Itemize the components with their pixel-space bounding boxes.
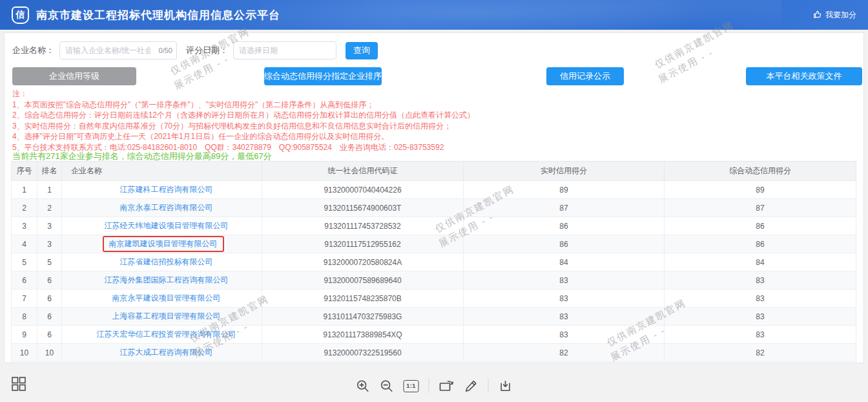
realtime-score-cell: 84 bbox=[464, 253, 665, 271]
table-row: 1 1 江苏建科工程咨询有限公司 913200007040404226 89 8… bbox=[12, 181, 856, 199]
table-row: 10 10 江苏大成工程咨询有限公司 913200007322519560 82… bbox=[12, 344, 856, 362]
realtime-score-cell: 86 bbox=[464, 217, 665, 235]
table-row: 6 6 江苏海外集团国际工程咨询有限公司 913200007589689640 … bbox=[12, 271, 856, 290]
seq-cell: 7 bbox=[12, 290, 37, 308]
add-score-link[interactable]: 我要加分 bbox=[813, 10, 856, 21]
company-link[interactable]: 江苏海外集团国际工程咨询有限公司 bbox=[105, 275, 229, 284]
main-panel: 企业名称： 0/50 评分日期： 查询 企业信用等级 综合动态信用得分指定企业排… bbox=[4, 32, 864, 363]
seq-cell: 6 bbox=[12, 271, 37, 290]
company-link[interactable]: 南京永平建设项目管理有限公司 bbox=[112, 293, 221, 302]
code-cell: 91320115748235870B bbox=[262, 290, 464, 308]
rank-cell: 6 bbox=[37, 271, 62, 290]
seq-cell: 10 bbox=[12, 344, 37, 362]
rank-cell: 6 bbox=[37, 290, 62, 308]
rank-query-button[interactable]: 综合动态信用得分指定企业排序查询 bbox=[264, 67, 382, 85]
dynamic-score-cell: 83 bbox=[665, 326, 856, 344]
note-line: 2、综合动态信用得分：评分日期前连续12个月（含选择的评分日期所在月）动态信用得… bbox=[12, 110, 475, 121]
note-line: 4、选择"评分日期"可查询历史上任一天（2021年1月1日后）任一企业的综合动态… bbox=[12, 131, 475, 142]
col-company: 企业名称 bbox=[62, 162, 262, 181]
rank-cell: 6 bbox=[37, 308, 62, 326]
realtime-score-cell: 89 bbox=[464, 181, 665, 199]
code-cell: 91320115674900603T bbox=[262, 199, 464, 217]
rank-cell: 5 bbox=[37, 253, 62, 271]
seq-cell: 4 bbox=[12, 235, 37, 253]
policy-files-button[interactable]: 本平台相关政策文件 bbox=[746, 67, 862, 85]
one-to-one-label: 1:1 bbox=[404, 380, 419, 392]
table-row: 8 6 上海容基工程项目管理有限公司 91310114703275983G 83… bbox=[12, 308, 856, 326]
company-link[interactable]: 江苏天宏华信工程投资管理咨询有限公司 bbox=[97, 330, 236, 339]
rotate-icon[interactable] bbox=[439, 379, 455, 393]
company-link-highlighted[interactable]: 南京建凯建设项目管理有限公司 bbox=[103, 236, 224, 252]
rank-cell: 2 bbox=[37, 199, 62, 217]
company-link[interactable]: 江苏建科工程咨询有限公司 bbox=[120, 185, 213, 194]
code-cell: 91320000720580824A bbox=[262, 253, 464, 271]
logo-char: 信 bbox=[16, 9, 25, 21]
zoom-in-icon[interactable] bbox=[356, 379, 370, 393]
realtime-score-cell: 83 bbox=[464, 271, 665, 290]
credit-ranking-table: 序号 排名 企业名称 统一社会信用代码证 实时信用得分 综合动态信用得分 1 1… bbox=[11, 161, 856, 362]
app-header: 信 南京市建设工程招标代理机构信用信息公示平台 我要加分 bbox=[0, 0, 868, 30]
grid-view-icon[interactable] bbox=[12, 377, 26, 391]
note-line: 1、本页面按照"综合动态信用得分"（"第一排序条件"）、"实时信用得分"（第二排… bbox=[12, 100, 475, 111]
rank-cell: 3 bbox=[37, 217, 62, 235]
notes-title: 注： bbox=[12, 89, 475, 100]
platform-logo-icon: 信 bbox=[12, 6, 29, 24]
dynamic-score-cell: 87 bbox=[665, 199, 856, 217]
col-dynamic-score: 综合动态信用得分 bbox=[665, 162, 856, 181]
seq-cell: 5 bbox=[12, 253, 37, 271]
code-cell: 913200007322519560 bbox=[262, 344, 464, 362]
rank-cell: 6 bbox=[37, 326, 62, 344]
credit-grade-button[interactable]: 企业信用等级 bbox=[12, 67, 136, 85]
rank-cell: 10 bbox=[37, 344, 62, 362]
image-viewer-toolbar: 1:1 bbox=[356, 379, 513, 393]
realtime-score-cell: 87 bbox=[464, 199, 665, 217]
realtime-score-cell: 86 bbox=[464, 235, 665, 253]
seq-cell: 8 bbox=[12, 308, 37, 326]
table-row: 5 5 江苏省建信招投标有限公司 91320000720580824A 84 8… bbox=[12, 253, 856, 271]
code-cell: 9132011173889854XQ bbox=[262, 326, 464, 344]
download-icon[interactable] bbox=[499, 379, 513, 393]
dynamic-score-cell: 83 bbox=[665, 271, 856, 290]
zoom-out-icon[interactable] bbox=[380, 379, 394, 393]
company-link[interactable]: 南京永泰工程咨询有限公司 bbox=[120, 203, 213, 212]
company-link[interactable]: 江苏省建信招投标有限公司 bbox=[120, 257, 213, 266]
search-form: 企业名称： 0/50 评分日期： 查询 bbox=[12, 41, 378, 59]
dynamic-score-cell: 82 bbox=[665, 344, 856, 362]
page-title: 南京市建设工程招标代理机构信用信息公示平台 bbox=[36, 8, 280, 23]
dynamic-score-cell: 89 bbox=[665, 181, 856, 199]
score-date-label: 评分日期： bbox=[186, 45, 228, 56]
col-rank: 排名 bbox=[37, 162, 62, 181]
realtime-score-cell: 82 bbox=[464, 344, 665, 362]
add-score-label: 我要加分 bbox=[825, 10, 856, 21]
seq-cell: 1 bbox=[12, 181, 37, 199]
col-realtime-score: 实时信用得分 bbox=[464, 162, 665, 181]
seq-cell: 9 bbox=[12, 326, 37, 344]
dynamic-score-cell: 86 bbox=[665, 217, 856, 235]
code-cell: 913200007040404226 bbox=[262, 181, 464, 199]
thumbs-up-icon bbox=[813, 10, 822, 21]
actual-size-icon[interactable]: 1:1 bbox=[404, 380, 419, 392]
toolbar-divider bbox=[488, 379, 489, 393]
table-row: 7 6 南京永平建设项目管理有限公司 91320115748235870B 83… bbox=[12, 290, 856, 308]
char-counter: 0/50 bbox=[159, 47, 172, 54]
seq-cell: 3 bbox=[12, 217, 37, 235]
query-button[interactable]: 查询 bbox=[346, 42, 378, 59]
col-seq: 序号 bbox=[12, 162, 37, 181]
realtime-score-cell: 83 bbox=[464, 290, 665, 308]
company-name-label: 企业名称： bbox=[12, 45, 54, 56]
company-link[interactable]: 江苏大成工程咨询有限公司 bbox=[120, 348, 213, 357]
edit-pencil-icon[interactable] bbox=[464, 379, 479, 393]
code-cell: 913200007589689640 bbox=[262, 271, 464, 290]
dynamic-score-cell: 83 bbox=[665, 308, 856, 326]
code-cell: 91310114703275983G bbox=[262, 308, 464, 326]
realtime-score-cell: 83 bbox=[464, 308, 665, 326]
company-link[interactable]: 上海容基工程项目管理有限公司 bbox=[112, 312, 221, 321]
dynamic-score-cell: 84 bbox=[665, 253, 856, 271]
company-link[interactable]: 江苏经天纬地建设项目管理有限公司 bbox=[105, 221, 229, 230]
credit-record-button[interactable]: 信用记录公示 bbox=[546, 67, 624, 85]
table-row-highlighted: 4 3 南京建凯建设项目管理有限公司 913201117512955162 86… bbox=[12, 235, 856, 253]
table-row: 2 2 南京永泰工程咨询有限公司 91320115674900603T 87 8… bbox=[12, 199, 856, 217]
score-date-input[interactable] bbox=[233, 41, 336, 59]
code-cell: 913201117512955162 bbox=[262, 235, 464, 253]
rank-cell: 3 bbox=[37, 235, 62, 253]
